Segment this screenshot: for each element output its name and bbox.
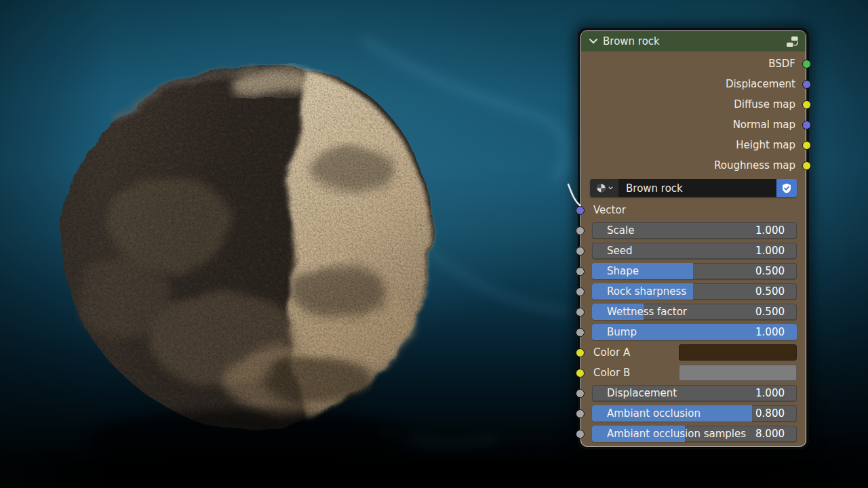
fake-user-button[interactable]	[776, 179, 797, 197]
input-row-seed: Seed1.000	[581, 241, 806, 261]
output-socket-diffuse-map[interactable]	[802, 100, 811, 109]
slider-ambiant-occlusion-samples[interactable]: Ambiant occlusion samples8.000	[592, 426, 797, 442]
input-row-vector: Vector	[581, 200, 806, 220]
output-socket-normal-map[interactable]	[802, 121, 811, 129]
color-swatch-color-a[interactable]	[679, 344, 797, 361]
datablock-browse-button[interactable]	[590, 179, 618, 197]
slider-shape[interactable]: Shape0.500	[592, 263, 797, 279]
output-label: Displacement	[726, 78, 795, 90]
slider-label: Shape	[607, 265, 639, 277]
input-label: Color A	[593, 346, 630, 359]
slider-label: Scale	[607, 224, 634, 237]
slider-value: 8.000	[755, 428, 785, 440]
input-socket-ambiant-occlusion-samples[interactable]	[576, 430, 585, 439]
slider-value: 1.000	[755, 326, 785, 338]
color-swatch-color-b[interactable]	[679, 365, 797, 381]
slider-value: 1.000	[755, 387, 785, 399]
output-socket-bsdf[interactable]	[802, 60, 811, 68]
node-group-icon	[786, 36, 799, 47]
input-label: Vector	[593, 204, 626, 216]
slider-value: 0.800	[755, 407, 785, 420]
output-row-normal-map: Normal map	[581, 115, 806, 135]
slider-scale[interactable]: Scale1.000	[592, 222, 797, 239]
slider-wettness-factor[interactable]: Wettness factor0.500	[592, 304, 797, 320]
input-socket-shape[interactable]	[576, 267, 585, 276]
background-swoosh	[363, 39, 568, 444]
slider-bump[interactable]: Bump1.000	[592, 324, 797, 340]
node-brown-rock: Brown rock BSDFDisplacementDiffuse mapNo…	[580, 30, 806, 447]
node-title: Brown rock	[603, 35, 786, 47]
output-socket-roughness-map[interactable]	[802, 161, 811, 170]
output-label: Normal map	[733, 119, 795, 131]
slider-value: 1.000	[755, 245, 785, 257]
slider-value: 0.500	[755, 306, 785, 318]
input-socket-displacement[interactable]	[576, 389, 585, 398]
input-row-bump: Bump1.000	[581, 322, 806, 342]
slider-label: Ambiant occlusion samples	[607, 428, 746, 440]
output-row-diffuse-map: Diffuse map	[581, 94, 806, 115]
node-inputs: VectorScale1.000Seed1.000Shape0.500Rock …	[581, 200, 806, 444]
slider-label: Seed	[607, 245, 633, 257]
input-label: Color B	[593, 367, 630, 379]
input-row-ambiant-occlusion: Ambiant occlusion0.800	[581, 403, 806, 424]
input-socket-wettness-factor[interactable]	[576, 308, 585, 317]
slider-ambiant-occlusion[interactable]: Ambiant occlusion0.800	[592, 405, 797, 422]
input-row-ambiant-occlusion-samples: Ambiant occlusion samples8.000	[581, 424, 806, 444]
rock	[62, 66, 433, 428]
slider-value: 1.000	[755, 224, 785, 237]
input-row-shape: Shape0.500	[581, 261, 806, 281]
chevron-down-icon[interactable]	[589, 39, 597, 44]
input-socket-seed[interactable]	[576, 247, 585, 256]
output-label: Roughness map	[714, 159, 795, 171]
input-socket-bump[interactable]	[576, 328, 585, 337]
material-sphere-icon	[596, 183, 606, 193]
slider-value: 0.500	[755, 285, 785, 298]
shield-check-icon	[781, 183, 792, 194]
input-socket-color-b[interactable]	[576, 369, 585, 378]
blender-screenshot: Brown rock BSDFDisplacementDiffuse mapNo…	[0, 0, 868, 488]
output-label: Height map	[736, 139, 795, 151]
output-row-bsdf: BSDF	[581, 54, 806, 74]
slider-rock-sharpness[interactable]: Rock sharpness0.500	[592, 283, 797, 300]
datablock-selector: Brown rock	[590, 179, 797, 197]
output-label: Diffuse map	[734, 98, 795, 110]
input-row-color-a: Color A	[581, 342, 806, 363]
input-row-displacement: Displacement1.000	[581, 383, 806, 403]
chevron-down-icon	[608, 186, 613, 190]
slider-value: 0.500	[755, 265, 785, 277]
output-socket-height-map[interactable]	[802, 141, 811, 150]
input-row-scale: Scale1.000	[581, 220, 806, 241]
node-header[interactable]: Brown rock	[581, 31, 806, 52]
output-row-height-map: Height map	[581, 135, 806, 155]
input-socket-color-a[interactable]	[576, 348, 585, 357]
input-row-color-b: Color B	[581, 363, 806, 383]
input-row-rock-sharpness: Rock sharpness0.500	[581, 281, 806, 302]
input-socket-rock-sharpness[interactable]	[576, 287, 585, 296]
slider-label: Ambiant occlusion	[607, 407, 701, 420]
output-row-displacement: Displacement	[581, 74, 806, 94]
input-socket-vector[interactable]	[576, 206, 585, 215]
datablock-name-field[interactable]: Brown rock	[618, 179, 776, 197]
slider-label: Rock sharpness	[607, 285, 686, 298]
slider-label: Bump	[607, 326, 637, 338]
input-socket-ambiant-occlusion[interactable]	[576, 409, 585, 418]
slider-seed[interactable]: Seed1.000	[592, 243, 797, 259]
slider-label: Wettness factor	[607, 306, 687, 318]
input-row-wettness-factor: Wettness factor0.500	[581, 302, 806, 322]
output-row-roughness-map: Roughness map	[581, 155, 806, 176]
node-outputs: BSDFDisplacementDiffuse mapNormal mapHei…	[581, 52, 806, 176]
output-label: BSDF	[768, 58, 795, 70]
slider-displacement[interactable]: Displacement1.000	[592, 385, 797, 401]
input-socket-scale[interactable]	[576, 226, 585, 235]
output-socket-displacement[interactable]	[802, 80, 811, 89]
slider-label: Displacement	[607, 387, 677, 399]
